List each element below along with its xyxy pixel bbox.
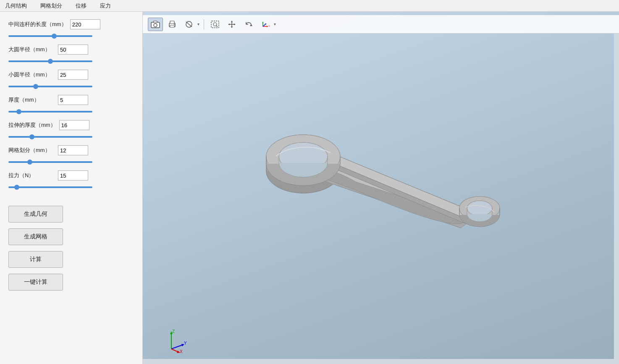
gen-mesh-button[interactable]: 生成网格 xyxy=(8,228,63,245)
menu-stress[interactable]: 应力 xyxy=(98,1,113,10)
visibility-arrow-icon[interactable]: ▾ xyxy=(197,22,200,26)
svg-text:X: X xyxy=(180,349,183,354)
visibility-btn-group: ▾ xyxy=(181,18,200,31)
svg-marker-17 xyxy=(234,24,236,25)
param-big-radius-label: 大圆半径（mm） xyxy=(8,46,55,53)
menu-bar: 几何结构 网格划分 位移 应力 xyxy=(0,0,619,12)
zoom-select-button[interactable] xyxy=(207,18,223,31)
slider-extrude[interactable] xyxy=(8,136,92,138)
svg-line-39 xyxy=(171,345,183,349)
param-small-radius-row: 小圆半径（mm） xyxy=(8,70,134,80)
param-rod-length-label: 中间连杆的长度（mm） xyxy=(8,21,67,28)
svg-rect-2 xyxy=(154,21,157,23)
button-group: 生成几何 生成网格 计算 一键计算 xyxy=(8,206,134,291)
slider-rod-length[interactable] xyxy=(8,35,92,37)
svg-rect-5 xyxy=(170,25,174,27)
slider-thickness-row xyxy=(8,107,134,114)
svg-line-11 xyxy=(216,26,218,27)
param-mesh-row: 网格划分（mm） xyxy=(8,145,134,155)
slider-small-radius[interactable] xyxy=(8,86,92,87)
rotate-icon xyxy=(244,20,253,29)
visibility-button[interactable] xyxy=(181,18,197,31)
menu-displacement[interactable]: 位移 xyxy=(74,1,88,10)
left-panel: 中间连杆的长度（mm） 大圆半径（mm） 小圆半径（mm） 厚度（mm） xyxy=(0,12,143,364)
svg-text:X: X xyxy=(268,25,270,27)
param-thickness-label: 厚度（mm） xyxy=(8,96,55,104)
svg-text:Y: Y xyxy=(184,341,187,346)
param-force-row: 拉力（N） xyxy=(8,170,134,181)
viewport: ▾ xyxy=(143,12,619,364)
print-icon xyxy=(168,20,177,29)
pan-icon xyxy=(227,20,236,29)
slider-thickness[interactable] xyxy=(8,111,92,113)
param-big-radius-row: 大圆半径（mm） xyxy=(8,45,134,55)
print-button[interactable] xyxy=(165,18,180,31)
main-area: 中间连杆的长度（mm） 大圆半径（mm） 小圆半径（mm） 厚度（mm） xyxy=(0,12,619,364)
one-click-button[interactable]: 一键计算 xyxy=(8,274,63,291)
connecting-rod-svg xyxy=(209,83,553,301)
zoom-select-icon xyxy=(210,20,220,29)
slider-big-radius-row xyxy=(8,56,134,64)
svg-point-6 xyxy=(174,24,175,25)
axis-svg: Z Y X xyxy=(163,329,188,354)
toolbar-separator-1 xyxy=(204,19,204,29)
svg-marker-16 xyxy=(228,24,230,25)
viewport-scrollbar-vertical[interactable] xyxy=(614,34,619,364)
axis-indicator: Z Y X xyxy=(163,329,188,354)
menu-geometry[interactable]: 几何结构 xyxy=(3,1,29,10)
slider-small-radius-row xyxy=(8,81,134,89)
axes-arrow-icon[interactable]: ▾ xyxy=(273,22,277,26)
slider-big-radius[interactable] xyxy=(8,60,92,62)
param-rod-length-row: 中间连杆的长度（mm） xyxy=(8,19,134,29)
svg-rect-4 xyxy=(170,21,174,24)
slider-rod-length-row xyxy=(8,31,134,39)
param-extrude-input[interactable] xyxy=(59,120,89,130)
svg-marker-18 xyxy=(250,24,252,26)
param-small-radius-label: 小圆半径（mm） xyxy=(8,71,55,79)
param-force-input[interactable] xyxy=(58,170,88,181)
gen-geometry-button[interactable]: 生成几何 xyxy=(8,206,63,223)
slider-mesh-row xyxy=(8,157,134,165)
svg-marker-15 xyxy=(231,26,233,28)
svg-point-10 xyxy=(213,23,217,26)
visibility-icon xyxy=(184,20,194,29)
svg-marker-14 xyxy=(231,21,233,22)
rotate-button[interactable] xyxy=(241,18,256,31)
param-extrude-row: 拉伸的厚度（mm） xyxy=(8,120,134,130)
param-thickness-input[interactable] xyxy=(58,95,88,105)
param-extrude-label: 拉伸的厚度（mm） xyxy=(8,121,56,129)
viewport-scrollbar-horizontal[interactable] xyxy=(143,359,614,364)
svg-marker-24 xyxy=(267,26,268,27)
param-mesh-input[interactable] xyxy=(58,145,88,155)
axes-icon: X xyxy=(261,20,270,29)
menu-mesh[interactable]: 网格划分 xyxy=(39,1,64,10)
pan-button[interactable] xyxy=(224,18,239,31)
viewport-toolbar: ▾ xyxy=(143,15,619,34)
svg-marker-25 xyxy=(262,22,264,23)
param-small-radius-input[interactable] xyxy=(58,70,88,80)
param-big-radius-input[interactable] xyxy=(58,45,88,55)
camera-button[interactable] xyxy=(148,18,163,31)
param-mesh-label: 网格划分（mm） xyxy=(8,147,55,154)
compute-button[interactable]: 计算 xyxy=(8,251,63,268)
param-rod-length-input[interactable] xyxy=(70,19,100,29)
axes-button[interactable]: X xyxy=(258,18,273,31)
param-thickness-row: 厚度（mm） xyxy=(8,95,134,105)
slider-force[interactable] xyxy=(8,186,92,188)
slider-extrude-row xyxy=(8,132,134,139)
svg-text:Z: Z xyxy=(172,329,175,334)
param-force-label: 拉力（N） xyxy=(8,172,55,179)
slider-mesh[interactable] xyxy=(8,161,92,163)
axes-btn-group: X ▾ xyxy=(258,18,277,31)
3d-model-container xyxy=(143,37,619,347)
camera-icon xyxy=(151,20,160,29)
slider-force-row xyxy=(8,182,134,190)
